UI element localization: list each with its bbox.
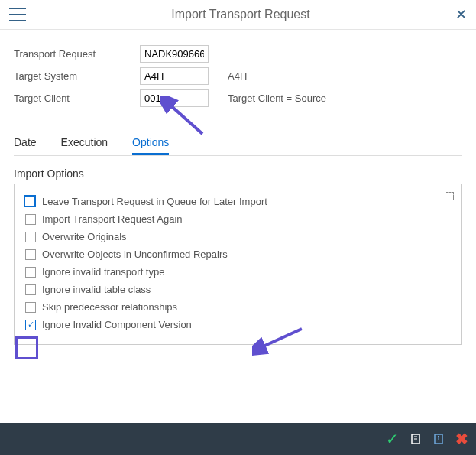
checkbox-import-again[interactable] <box>25 214 36 225</box>
checkbox-ignore-transport-type[interactable] <box>25 267 36 278</box>
tab-options[interactable]: Options <box>132 132 169 155</box>
cancel-icon[interactable]: ✖ <box>455 430 468 448</box>
option-label: Ignore Invalid Component Version <box>42 319 192 330</box>
import-options-label: Import Options <box>14 167 462 180</box>
annotation-highlight <box>15 336 38 359</box>
checkbox-ignore-component-version[interactable] <box>25 320 36 330</box>
label-target-client: Target Client <box>14 93 140 104</box>
option-label: Ignore invalid transport type <box>42 266 164 278</box>
row-target-system: Target System A4H <box>14 67 462 85</box>
input-transport-request[interactable] <box>140 45 209 63</box>
row-transport-request: Transport Request <box>14 45 462 63</box>
row-target-client: Target Client Target Client = Source <box>14 89 462 107</box>
checkbox-leave-in-queue[interactable] <box>24 195 36 207</box>
corner-tr-icon <box>446 192 454 200</box>
option-label: Overwrite Objects in Unconfirmed Repairs <box>42 249 228 260</box>
close-icon[interactable]: ✕ <box>455 6 467 23</box>
option-label: Ignore invalid table class <box>42 284 151 295</box>
option-label: Overwrite Originals <box>42 231 127 242</box>
option-label: Skip predecessor relationships <box>42 301 177 313</box>
option-row: Overwrite Originals <box>21 231 455 242</box>
option-row: Ignore invalid table class <box>21 284 455 295</box>
input-target-client[interactable] <box>140 89 209 107</box>
tab-date[interactable]: Date <box>14 132 37 155</box>
option-row: Ignore Invalid Component Version <box>21 319 455 330</box>
hamburger-icon[interactable] <box>9 8 26 21</box>
footer-toolbar: ✓ ✖ <box>0 423 476 455</box>
dialog-header: Import Transport Request ✕ <box>0 0 476 30</box>
option-row: Ignore invalid transport type <box>21 266 455 278</box>
option-row: Overwrite Objects in Unconfirmed Repairs <box>21 249 455 260</box>
content-area: Transport Request Target System A4H Targ… <box>0 30 476 345</box>
option-label: Leave Transport Request in Queue for Lat… <box>42 196 267 207</box>
hint-target-client: Target Client = Source <box>228 93 326 104</box>
checkbox-overwrite-originals[interactable] <box>25 232 36 242</box>
options-box: Leave Transport Request in Queue for Lat… <box>14 184 462 345</box>
tabs: Date Execution Options <box>14 132 462 156</box>
option-label: Import Transport Request Again <box>42 213 183 225</box>
toolbar-icon-1[interactable] <box>410 433 422 445</box>
confirm-icon[interactable]: ✓ <box>386 430 399 448</box>
label-target-system: Target System <box>14 70 140 82</box>
checkbox-overwrite-unconfirmed[interactable] <box>25 249 36 260</box>
option-row: Import Transport Request Again <box>21 213 455 225</box>
toolbar-icon-2[interactable] <box>432 433 445 445</box>
checkbox-skip-predecessor[interactable] <box>25 302 36 313</box>
dialog-title: Import Transport Request <box>26 8 455 21</box>
option-row: Skip predecessor relationships <box>21 301 455 313</box>
label-transport-request: Transport Request <box>14 48 140 60</box>
input-target-system[interactable] <box>140 67 209 85</box>
tab-execution[interactable]: Execution <box>61 132 108 155</box>
checkbox-ignore-table-class[interactable] <box>25 284 36 295</box>
hint-target-system: A4H <box>228 70 247 82</box>
option-row: Leave Transport Request in Queue for Lat… <box>21 195 455 207</box>
